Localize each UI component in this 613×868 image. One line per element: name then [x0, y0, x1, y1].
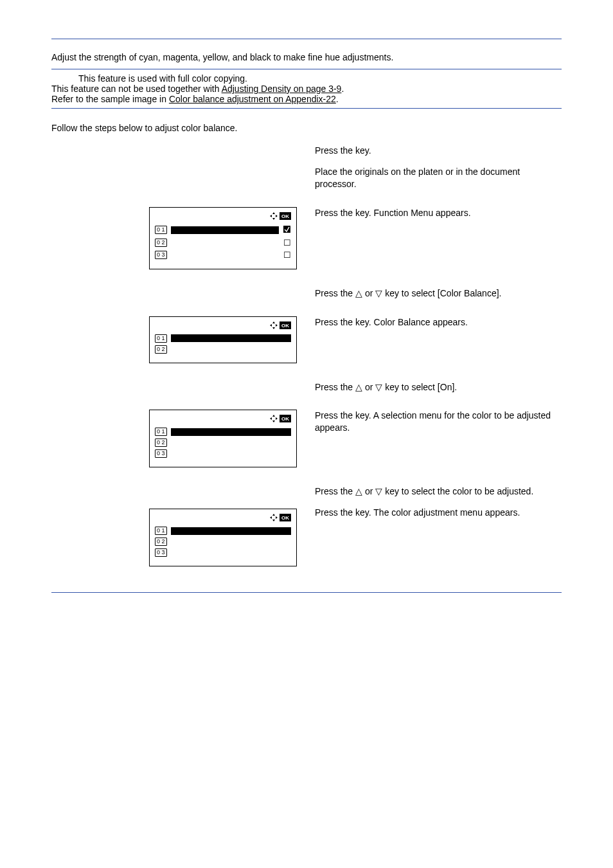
lcd-num-2: 0 2 [155, 538, 167, 546]
step-6: Press the or key to select [On]. [315, 381, 562, 393]
svg-marker-9 [270, 324, 272, 327]
lcd-num-2: 0 2 [155, 345, 167, 354]
lcd-selected-row [171, 334, 291, 342]
step-9b: key. The color adjustment menu appears. [355, 507, 520, 518]
svg-marker-16 [276, 417, 278, 420]
svg-text:OK: OK [281, 515, 289, 521]
step-8-mid: or [362, 486, 375, 496]
triangle-down-icon [375, 486, 382, 496]
lcd-selected-row [171, 428, 291, 436]
lcd-num-1: 0 1 [155, 334, 167, 343]
triangle-down-icon [375, 288, 382, 298]
unchecked-icon [283, 238, 291, 248]
nav-arrows-icon [269, 513, 278, 524]
lcd-selected-row [171, 527, 291, 535]
svg-marker-0 [272, 212, 275, 214]
note-line3: Refer to the sample image in Color balan… [51, 94, 562, 104]
step-3: Press the key. Function Menu appears. [315, 207, 562, 219]
step-4-post: key to select [Color Balance]. [382, 288, 501, 298]
lcd-num-3: 0 3 [155, 548, 167, 557]
svg-marker-19 [272, 514, 275, 516]
svg-text:OK: OK [281, 323, 289, 329]
step-7a: Press the [315, 410, 355, 420]
svg-marker-20 [272, 520, 275, 521]
svg-marker-13 [272, 415, 275, 417]
triangle-up-icon [355, 486, 362, 496]
step-4: Press the or key to select [Color Balanc… [315, 287, 562, 300]
svg-marker-8 [272, 327, 275, 329]
intro-text: Adjust the strength of cyan, magenta, ye… [51, 52, 562, 62]
svg-text:OK: OK [281, 416, 289, 422]
triangle-up-icon [355, 382, 362, 392]
note-line2-post: . [341, 84, 344, 94]
note-line1: This feature is used with full color cop… [78, 73, 562, 84]
bottom-rule [51, 592, 562, 593]
lcd-function-menu: OK 0 1 0 2 0 3 [149, 207, 297, 269]
svg-marker-7 [272, 321, 275, 323]
lcd-num-2: 0 2 [155, 439, 167, 447]
ok-icon: OK [280, 212, 291, 222]
unchecked-icon [283, 250, 291, 260]
svg-marker-22 [276, 516, 278, 519]
lcd-color-select: OK 0 1 0 2 0 3 [149, 410, 297, 467]
step-6-pre: Press the [315, 382, 355, 392]
step-4-mid: or [362, 288, 375, 298]
step-5b: key. Color Balance appears. [355, 317, 468, 327]
nav-arrows-icon [269, 414, 278, 425]
note-line3-pre: Refer to the sample image in [51, 94, 169, 104]
nav-arrows-icon [269, 212, 278, 222]
lcd-selected-row [171, 226, 279, 234]
step-9: Press the key. The color adjustment menu… [315, 507, 562, 519]
step-1a: Press the [315, 145, 355, 156]
ok-icon: OK [280, 415, 291, 424]
lcd-num-3: 0 3 [155, 251, 167, 259]
lcd-color-balance: OK 0 1 0 2 [149, 316, 297, 363]
step-5a: Press the [315, 317, 355, 327]
step-7: Press the key. A selection menu for the … [315, 410, 562, 434]
step-8-post: key to select the color to be adjusted. [382, 486, 533, 496]
svg-marker-15 [270, 417, 272, 420]
lcd-num-3: 0 3 [155, 449, 167, 458]
top-rule [51, 39, 562, 39]
follow-text: Follow the steps below to adjust color b… [51, 123, 562, 133]
note-link-appendix[interactable]: Color balance adjustment on Appendix-22 [169, 94, 336, 104]
lcd-adjustment: OK 0 1 0 2 0 3 [149, 509, 297, 566]
step-2: Place the originals on the platen or in … [315, 166, 562, 190]
note-line3-post: . [336, 94, 339, 104]
step-8-pre: Press the [315, 486, 355, 496]
step-5: Press the key. Color Balance appears. [315, 316, 562, 329]
step-9a: Press the [315, 507, 355, 518]
svg-marker-3 [276, 215, 278, 217]
step-6-mid: or [362, 382, 375, 392]
triangle-up-icon [355, 288, 362, 298]
step-1: Press the key. [315, 145, 562, 157]
note-line2-pre: This feature can not be used together wi… [51, 84, 222, 94]
ok-icon: OK [280, 514, 291, 523]
step-4-pre: Press the [315, 288, 355, 298]
lcd-num-2: 0 2 [155, 239, 167, 247]
step-6-post: key to select [On]. [382, 382, 457, 392]
lcd-num-1: 0 1 [155, 428, 167, 436]
svg-marker-14 [272, 420, 275, 422]
triangle-down-icon [375, 382, 382, 392]
svg-marker-10 [276, 324, 278, 327]
note-line2: This feature can not be used together wi… [51, 84, 562, 94]
note-block: This feature is used with full color cop… [51, 69, 562, 109]
checked-icon [283, 225, 291, 235]
lcd-num-1: 0 1 [155, 527, 167, 535]
step-8: Press the or key to select the color to … [315, 485, 562, 498]
svg-text:OK: OK [281, 213, 289, 219]
step-3a: Press the [315, 208, 355, 218]
step-3b: key. Function Menu appears. [355, 208, 471, 218]
svg-marker-1 [272, 218, 275, 220]
ok-icon: OK [280, 321, 291, 331]
svg-marker-2 [270, 215, 272, 217]
nav-arrows-icon [269, 321, 278, 332]
note-link-density[interactable]: Adjusting Density on page 3-9 [222, 84, 342, 94]
step-1b: key. [355, 145, 371, 156]
lcd-num-1: 0 1 [155, 226, 167, 234]
svg-marker-21 [270, 516, 272, 519]
